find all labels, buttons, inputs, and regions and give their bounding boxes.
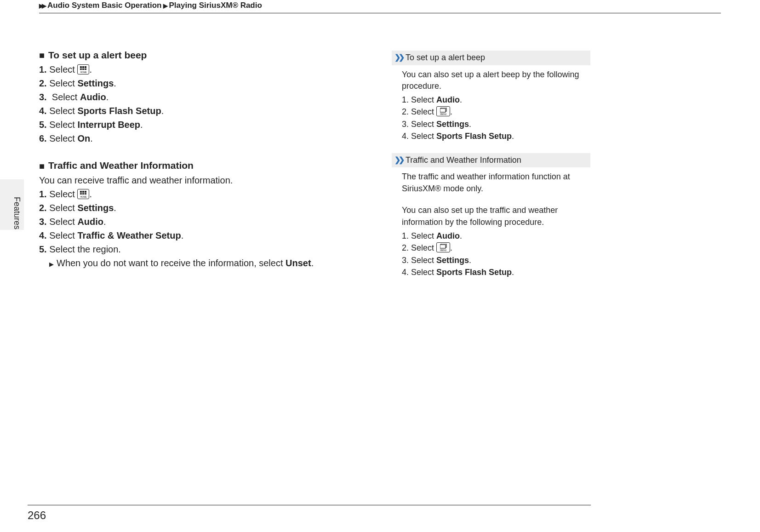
step-text: . (114, 203, 116, 213)
sub-text: . (311, 258, 314, 268)
step-bold: Audio (80, 92, 106, 102)
step-text: Select (49, 133, 77, 143)
step-number: 4. (402, 268, 409, 277)
double-arrow-icon: ❯❯ (394, 52, 403, 63)
side-note-heading: ❯❯ Traffic and Weather Information (392, 153, 590, 168)
step-text: Select (411, 120, 436, 129)
step-number: 1. (402, 95, 409, 104)
step-number: 4. (402, 132, 409, 141)
step-text: . (106, 92, 109, 102)
step-text: . (460, 95, 462, 104)
step-text: . (89, 64, 92, 74)
list-item: 2. Select Settings. (39, 77, 379, 90)
step-text: Select (52, 92, 80, 102)
step-number: 1. (39, 189, 47, 199)
side-note-title: Traffic and Weather Information (406, 154, 521, 166)
breadcrumb-part2: Playing SiriusXM® Radio (169, 1, 262, 10)
step-text: . (469, 256, 471, 265)
step-text: Select (411, 95, 436, 104)
list-item: 1. Select Audio. (402, 230, 589, 242)
side-note-title: To set up a alert beep (406, 52, 485, 64)
step-text: . (512, 268, 514, 277)
step-text: Select (411, 268, 436, 277)
sub-item: ▶When you do not want to receive the inf… (49, 257, 379, 270)
list-item: 4. Select Sports Flash Setup. (39, 104, 379, 118)
step-number: 2. (402, 107, 409, 116)
header-divider (39, 13, 721, 13)
side-note-body: You can also set up a alert beep by the … (392, 65, 590, 145)
step-text: Select (49, 189, 77, 199)
step-text: . (161, 106, 164, 116)
side-notes: ❯❯ To set up a alert beep You can also s… (392, 51, 590, 289)
step-text: Select (49, 230, 77, 240)
step-bold: Traffic & Weather Setup (77, 230, 181, 240)
section-title-text: Traffic and Weather Information (48, 159, 194, 172)
section-title-text: To set up a alert beep (48, 48, 147, 62)
step-bold: Settings (77, 78, 114, 88)
sub-text: When you do not want to receive the info… (57, 258, 286, 268)
step-number: 1. (402, 231, 409, 240)
step-text: . (140, 120, 143, 130)
step-number: 5. (39, 120, 47, 130)
step-text: . (181, 230, 184, 240)
side-note-intro: You can also set up a alert beep by the … (402, 69, 589, 92)
side-note-block: ❯❯ Traffic and Weather Information The t… (392, 153, 590, 281)
list-item: 3. Select Audio. (39, 215, 379, 229)
step-number: 4. (39, 230, 47, 240)
step-number: 1. (39, 64, 47, 74)
step-bold: Interrupt Beep (77, 120, 140, 130)
breadcrumb-arrow-icon: ▶ (163, 2, 166, 9)
page-number: 266 (28, 509, 46, 522)
list-item: 4. Select Sports Flash Setup. (402, 267, 589, 279)
step-bold: Audio (436, 231, 460, 240)
step-text: Select (49, 106, 77, 116)
home-icon (77, 64, 89, 74)
step-number: 3. (39, 217, 47, 227)
section-title-alert-beep: ■ To set up a alert beep (39, 48, 379, 62)
step-text: Select (49, 203, 77, 213)
double-arrow-icon: ❯❯ (394, 155, 403, 166)
breadcrumb-arrow-icon: ▶▶ (39, 2, 45, 9)
header: ▶▶ Audio System Basic Operation ▶ Playin… (0, 0, 760, 18)
step-text: . (460, 231, 462, 240)
step-text: . (450, 107, 452, 116)
side-note-intro: You can also set up the traffic and weat… (402, 205, 589, 228)
step-number: 4. (39, 106, 47, 116)
step-text: . (469, 120, 471, 129)
sub-bold: Unset (286, 258, 311, 268)
section-title-traffic-weather: ■ Traffic and Weather Information (39, 159, 379, 172)
list-item: 1. Select . (39, 188, 379, 201)
step-bold: Sports Flash Setup (436, 268, 512, 277)
list-item: 1. Select Audio. (402, 94, 589, 106)
step-bold: Sports Flash Setup (77, 106, 161, 116)
list-item: 3. Select Settings. (402, 119, 589, 131)
step-text: Select (411, 107, 436, 116)
step-number: 2. (39, 203, 47, 213)
step-text: Select the region. (49, 244, 121, 254)
list-item: 5. Select Interrupt Beep. (39, 118, 379, 132)
svg-rect-1 (440, 109, 446, 112)
step-text: Select (49, 78, 77, 88)
step-text: . (450, 243, 452, 252)
list-item: 2. Select Settings. (39, 201, 379, 215)
list-item: 4. Select Traffic & Weather Setup. (39, 229, 379, 242)
step-number: 3. (402, 120, 409, 129)
list-item: 5. Select the region. (39, 243, 379, 256)
triangle-icon: ▶ (49, 261, 54, 268)
list-item: 1. Select . (39, 63, 379, 76)
home-icon (77, 189, 89, 199)
list-item: 3. Select Settings. (402, 255, 589, 267)
step-number: 2. (39, 78, 47, 88)
breadcrumb: ▶▶ Audio System Basic Operation ▶ Playin… (39, 0, 721, 10)
list-item: 4. Select Sports Flash Setup. (402, 131, 589, 143)
step-bold: On (77, 133, 90, 143)
side-tab-label: Features (12, 197, 22, 229)
step-text: Select (411, 243, 436, 252)
step-text: Select (411, 256, 436, 265)
side-note-body: The traffic and weather information func… (392, 167, 590, 280)
step-text: Select (49, 217, 77, 227)
step-bold: Settings (436, 256, 469, 265)
section-bullet-icon: ■ (39, 51, 45, 60)
list-item: 2. Select . (402, 106, 589, 118)
step-bold: Sports Flash Setup (436, 132, 512, 141)
